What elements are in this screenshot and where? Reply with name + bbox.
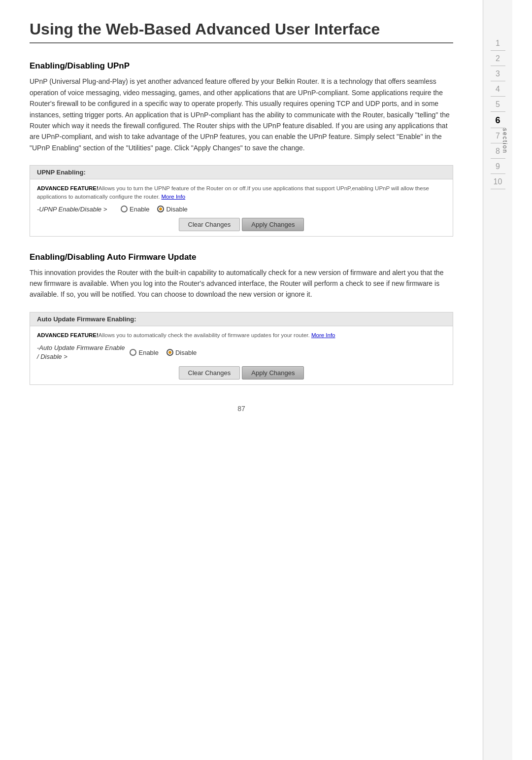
upnp-advanced-text: ADVANCED FEATURE!Allows you to turn the … bbox=[37, 184, 446, 202]
firmware-control-row: -Auto Update Firmware Enable / Disable >… bbox=[37, 344, 446, 361]
firmware-disable-radio-dot bbox=[168, 351, 171, 354]
section2-title: Enabling/Disabling Auto Firmware Update bbox=[30, 252, 453, 262]
section1-title: Enabling/Disabling UPnP bbox=[30, 61, 453, 71]
firmware-apply-button[interactable]: Apply Changes bbox=[242, 366, 304, 380]
upnp-more-info-link[interactable]: More Info bbox=[162, 194, 186, 200]
upnp-apply-button[interactable]: Apply Changes bbox=[242, 218, 304, 231]
sidebar-num-3: 3 bbox=[496, 70, 500, 78]
sidebar-num-7: 7 bbox=[496, 132, 500, 140]
upnp-disable-radio[interactable]: Disable bbox=[157, 206, 187, 213]
page-title: Using the Web-Based Advanced User Interf… bbox=[30, 20, 453, 38]
sidebar-num-4: 4 bbox=[496, 85, 500, 93]
upnp-enable-radio-circle bbox=[121, 206, 128, 212]
upnp-disable-radio-circle bbox=[157, 206, 164, 212]
sidebar-num-2: 2 bbox=[496, 55, 500, 63]
section1-body: UPnP (Universal Plug-and-Play) is yet an… bbox=[30, 76, 453, 153]
firmware-advanced-desc: Allows you to automatically check the av… bbox=[99, 332, 310, 338]
firmware-more-info-link[interactable]: More Info bbox=[311, 332, 335, 338]
sidebar-num-10: 10 bbox=[494, 178, 502, 186]
section2-body: This innovation provides the Router with… bbox=[30, 267, 453, 300]
upnp-enable-label: Enable bbox=[130, 206, 149, 213]
upnp-button-row: Clear Changes Apply Changes bbox=[37, 218, 446, 231]
firmware-button-row: Clear Changes Apply Changes bbox=[37, 366, 446, 380]
upnp-control-label: -UPNP Enable/Disable > bbox=[37, 206, 116, 213]
page-number: 87 bbox=[30, 405, 453, 413]
firmware-enable-label: Enable bbox=[138, 349, 158, 356]
upnp-clear-button[interactable]: Clear Changes bbox=[179, 218, 240, 231]
upnp-control-row: -UPNP Enable/Disable > Enable Disable bbox=[37, 206, 446, 213]
firmware-config-box: Auto Update Firmware Enabling: ADVANCED … bbox=[30, 312, 453, 385]
sidebar-num-6: 6 bbox=[495, 116, 500, 125]
upnp-enable-radio[interactable]: Enable bbox=[121, 206, 149, 213]
sidebar: 1 2 3 4 5 6 section 7 8 9 10 bbox=[483, 0, 512, 760]
upnp-radio-group: Enable Disable bbox=[121, 206, 188, 213]
firmware-disable-radio-circle bbox=[166, 349, 173, 356]
upnp-config-box: UPNP Enabling: ADVANCED FEATURE!Allows y… bbox=[30, 165, 453, 237]
firmware-advanced-label: ADVANCED FEATURE! bbox=[37, 332, 99, 338]
upnp-disable-radio-dot bbox=[159, 207, 162, 210]
sidebar-num-8: 8 bbox=[496, 147, 500, 155]
sidebar-num-5: 5 bbox=[496, 101, 500, 108]
firmware-disable-label: Disable bbox=[175, 349, 197, 356]
firmware-config-header: Auto Update Firmware Enabling: bbox=[30, 312, 453, 326]
upnp-config-header: UPNP Enabling: bbox=[30, 166, 453, 179]
firmware-enable-radio[interactable]: Enable bbox=[130, 349, 158, 356]
firmware-clear-button[interactable]: Clear Changes bbox=[179, 366, 240, 380]
sidebar-num-9: 9 bbox=[496, 163, 500, 171]
firmware-disable-radio[interactable]: Disable bbox=[166, 349, 197, 356]
firmware-radio-group: Enable Disable bbox=[130, 349, 197, 356]
upnp-disable-label: Disable bbox=[166, 206, 187, 213]
upnp-advanced-label: ADVANCED FEATURE! bbox=[37, 185, 99, 191]
firmware-advanced-text: ADVANCED FEATURE!Allows you to automatic… bbox=[37, 331, 446, 340]
firmware-enable-radio-circle bbox=[130, 349, 136, 356]
sidebar-section-label: section bbox=[501, 128, 508, 154]
sidebar-num-1: 1 bbox=[496, 39, 500, 47]
firmware-control-label: -Auto Update Firmware Enable / Disable > bbox=[37, 344, 125, 361]
